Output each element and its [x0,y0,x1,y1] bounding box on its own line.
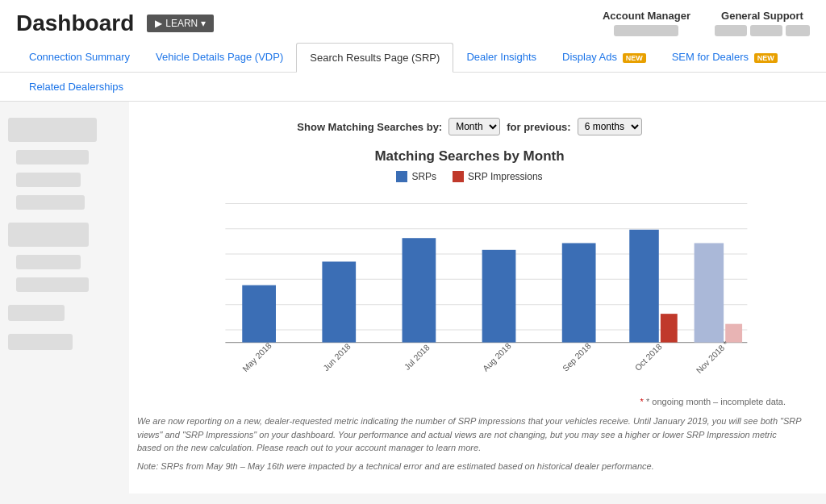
ongoing-note: * * ongoing month – incomplete data. [137,397,786,406]
support-info-1 [715,25,747,36]
legend-impressions: SRP Impressions [453,171,542,182]
bar-nov-srp [695,243,724,342]
asterisk: * [640,397,644,406]
label-nov: Nov 2018 * [695,339,730,375]
tab-related-dealerships[interactable]: Related Dealerships [16,73,136,101]
sem-label: SEM for Dealers [672,51,749,63]
tab-vehicle-details[interactable]: Vehicle Details Page (VDP) [143,43,296,72]
ongoing-note-text: * ongoing month – incomplete data. [646,397,786,406]
label-may: May 2018 [241,341,273,373]
bar-sep-srp [562,243,596,342]
learn-label: LEARN [165,18,198,29]
label-oct: Oct 2018 [633,342,664,373]
sidebar-item-2 [8,223,89,247]
account-manager-info [603,25,690,36]
display-ads-label: Display Ads [562,51,617,63]
learn-button[interactable]: ▶ LEARN ▾ [147,15,214,32]
tab-connection-summary[interactable]: Connection Summary [16,43,143,72]
bar-chart-svg: May 2018 Jun 2018 Jul 2018 Aug 2018 Sep … [137,195,802,389]
account-manager-section: Account Manager [603,10,690,36]
sidebar-item-3 [8,305,65,321]
bar-oct-srp [629,230,659,343]
bar-jul-srp [403,238,436,342]
support-info-2 [750,25,782,36]
period-select[interactable]: Month [448,118,500,135]
impressions-label: SRP Impressions [468,171,542,182]
video-icon: ▶ [155,18,162,29]
sidebar-sub-3 [16,195,85,210]
general-support-label: General Support [715,10,810,22]
header-top: Dashboard ▶ LEARN ▾ Account Manager Gene… [16,0,810,43]
sidebar-sub-5 [16,277,89,292]
bar-aug-srp [482,250,516,343]
account-manager-name [614,25,678,36]
bar-nov-imp [725,324,742,343]
label-jul: Jul 2018 [403,343,432,372]
nav-row2: Related Dealerships [0,73,826,102]
duration-select[interactable]: 6 months [578,118,642,135]
header: Dashboard ▶ LEARN ▾ Account Manager Gene… [0,0,826,73]
account-manager-label: Account Manager [603,10,690,22]
general-support-info [715,25,810,36]
header-right: Account Manager General Support [603,10,810,36]
tab-srp[interactable]: Search Results Page (SRP) [296,43,453,73]
label-sep: Sep 2018 [561,341,593,373]
tab-sem[interactable]: SEM for Dealers NEW [659,43,791,72]
header-left: Dashboard ▶ LEARN ▾ [16,10,214,36]
chart-legend: SRPs SRP Impressions [137,171,802,182]
nav-tabs-row2: Related Dealerships [16,73,810,101]
for-previous-label: for previous: [507,121,570,133]
chart-area: Show Matching Searches by: Month for pre… [129,102,826,494]
chart-controls: Show Matching Searches by: Month for pre… [137,118,802,135]
srp-color [396,171,407,182]
label-jun: Jun 2018 [322,342,353,373]
sidebar-sub-2 [16,173,81,187]
tab-display-ads[interactable]: Display Ads NEW [549,43,659,72]
support-info-3 [786,25,810,36]
srp-label: SRPs [411,171,436,182]
label-aug: Aug 2018 [481,341,512,373]
sidebar-item-4 [8,334,73,350]
sem-badge: NEW [754,53,778,63]
bar-jun-srp [322,261,356,342]
sidebar-sub-1 [16,150,89,165]
disclaimer: We are now reporting on a new, dealer-re… [137,414,802,473]
impressions-color [453,171,464,182]
chart-title: Matching Searches by Month [137,148,802,165]
chart-container: May 2018 Jun 2018 Jul 2018 Aug 2018 Sep … [137,195,802,389]
display-ads-badge: NEW [623,53,646,63]
tab-dealer-insights[interactable]: Dealer Insights [453,43,549,72]
main-content: Show Matching Searches by: Month for pre… [0,102,826,494]
nav-tabs: Connection Summary Vehicle Details Page … [16,43,810,72]
bar-may-srp [242,285,276,343]
sidebar-item-1 [8,118,97,142]
disclaimer-1: We are now reporting on a new, dealer-re… [137,414,802,455]
general-support-section: General Support [715,10,810,36]
legend-srp: SRPs [396,171,436,182]
page-title: Dashboard [16,10,134,36]
bar-oct-imp [661,314,678,342]
sidebar-sub-4 [16,255,81,269]
dropdown-icon: ▾ [201,18,206,29]
sidebar [0,102,129,494]
disclaimer-2: Note: SRPs from May 9th – May 16th were … [137,460,802,473]
show-label: Show Matching Searches by: [297,121,442,133]
